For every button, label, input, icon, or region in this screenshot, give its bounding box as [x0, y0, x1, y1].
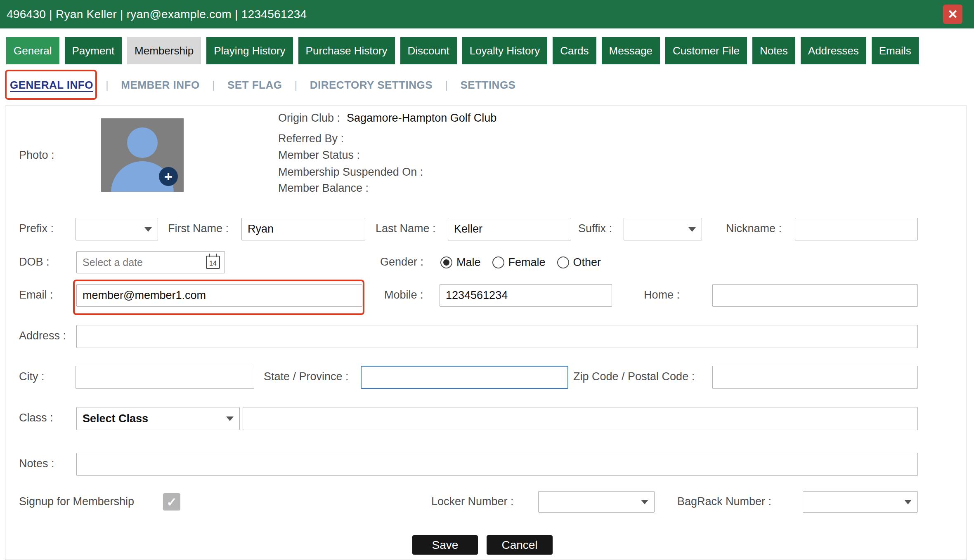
tab-cards[interactable]: Cards: [553, 37, 596, 64]
gender-option-label: Female: [508, 256, 546, 269]
gender-label: Gender :: [380, 256, 423, 268]
tab-label: Notes: [760, 45, 788, 57]
cancel-button[interactable]: Cancel: [487, 535, 553, 555]
last-name-label: Last Name :: [376, 222, 436, 235]
tab-label: Discount: [408, 45, 449, 57]
city-label: City :: [19, 370, 45, 383]
first-name-label: First Name :: [168, 222, 229, 235]
tab-customer-file[interactable]: Customer File: [665, 37, 747, 64]
chevron-down-icon: [226, 416, 234, 421]
subnav-separator: |: [294, 79, 297, 92]
chevron-down-icon: [904, 500, 912, 504]
home-label: Home :: [644, 289, 680, 301]
save-button[interactable]: Save: [412, 535, 478, 555]
nickname-label: Nickname :: [726, 222, 782, 235]
calendar-icon[interactable]: 14: [206, 256, 220, 269]
gender-option-other[interactable]: Other: [557, 256, 601, 269]
zip-code-input[interactable]: [712, 366, 918, 389]
tab-label: Emails: [879, 45, 911, 57]
origin-club-value: Sagamore-Hampton Golf Club: [347, 112, 496, 124]
home-phone-input[interactable]: [712, 284, 918, 307]
email-label: Email :: [19, 289, 53, 301]
subnav-separator: |: [445, 79, 448, 92]
tab-membership[interactable]: Membership: [127, 37, 201, 64]
member-photo-placeholder[interactable]: +: [101, 118, 184, 192]
suffix-select[interactable]: [624, 218, 702, 240]
gender-radio-group: Male Female Other: [440, 251, 601, 273]
chevron-down-icon: [144, 227, 152, 232]
notes-input[interactable]: [76, 453, 918, 476]
gender-option-label: Male: [456, 256, 481, 269]
main-tab-bar: General Payment Membership Playing Histo…: [6, 37, 919, 64]
tab-emails[interactable]: Emails: [872, 37, 919, 64]
plus-icon: +: [164, 169, 173, 184]
email-input[interactable]: [76, 284, 362, 307]
dialog-title-bar: 496430 | Ryan Keller | ryan@example.com …: [0, 0, 974, 28]
subnav-separator: |: [212, 79, 215, 92]
tab-addresses[interactable]: Addresses: [801, 37, 866, 64]
class-select-value: Select Class: [83, 412, 148, 425]
user-icon: [127, 127, 158, 158]
tab-message[interactable]: Message: [602, 37, 660, 64]
add-photo-button[interactable]: +: [159, 167, 178, 186]
close-button[interactable]: ✕: [943, 5, 962, 24]
class-select[interactable]: Select Class: [76, 407, 240, 430]
tab-label: Addresses: [808, 45, 859, 57]
prefix-label: Prefix :: [19, 222, 54, 235]
member-status-line: Member Status :: [278, 149, 360, 162]
tab-playing-history[interactable]: Playing History: [206, 37, 293, 64]
first-name-input[interactable]: [241, 218, 365, 240]
last-name-input[interactable]: [448, 218, 571, 240]
notes-label: Notes :: [19, 457, 54, 470]
subtab-directory-settings[interactable]: DIRECTORY SETTINGS: [310, 79, 433, 92]
gender-option-female[interactable]: Female: [492, 256, 546, 269]
subtab-set-flag[interactable]: SET FLAG: [227, 79, 282, 92]
origin-club-label: Origin Club :: [278, 112, 340, 124]
subtab-member-info[interactable]: MEMBER INFO: [121, 79, 199, 92]
suffix-label: Suffix :: [578, 222, 612, 235]
radio-selected-icon: [440, 256, 452, 268]
member-summary-title: 496430 | Ryan Keller | ryan@example.com …: [7, 8, 307, 21]
referred-by-label: Referred By :: [278, 132, 344, 145]
tab-label: Cards: [560, 45, 589, 57]
bagrack-number-label: BagRack Number :: [677, 495, 771, 508]
gender-option-male[interactable]: Male: [440, 256, 481, 269]
tab-purchase-history[interactable]: Purchase History: [298, 37, 395, 64]
general-info-panel: Photo : + Origin Club :Sagamore-Hampton …: [5, 106, 967, 560]
mobile-label: Mobile :: [384, 289, 423, 301]
tab-general[interactable]: General: [6, 37, 59, 64]
tab-label: Message: [609, 45, 653, 57]
city-input[interactable]: [76, 366, 254, 389]
tab-label: General: [14, 45, 52, 57]
class-detail-input[interactable]: [243, 407, 918, 430]
bagrack-number-select[interactable]: [803, 491, 918, 513]
prefix-select[interactable]: [76, 218, 158, 240]
tab-notes[interactable]: Notes: [752, 37, 795, 64]
tab-label: Purchase History: [306, 45, 388, 57]
nickname-input[interactable]: [795, 218, 918, 240]
referred-by-line: Referred By :: [278, 132, 344, 145]
address-input[interactable]: [76, 325, 918, 348]
tab-label: Customer File: [673, 45, 740, 57]
subtab-general-info[interactable]: GENERAL INFO: [10, 79, 93, 92]
chevron-down-icon: [641, 500, 648, 504]
chevron-down-icon: [688, 227, 696, 232]
calendar-day: 14: [209, 260, 217, 268]
sub-tab-bar: GENERAL INFO | MEMBER INFO | SET FLAG | …: [10, 77, 515, 93]
photo-label: Photo :: [19, 149, 54, 162]
tab-label: Membership: [135, 45, 194, 57]
class-label: Class :: [19, 412, 53, 424]
tab-loyalty-history[interactable]: Loyalty History: [462, 37, 548, 64]
dob-label: DOB :: [19, 256, 50, 268]
subnav-separator: |: [106, 79, 109, 92]
dob-input[interactable]: [76, 251, 225, 273]
tab-payment[interactable]: Payment: [65, 37, 122, 64]
signup-membership-checkbox[interactable]: ✓: [163, 493, 180, 511]
membership-suspended-label: Membership Suspended On :: [278, 166, 423, 178]
state-province-input[interactable]: [361, 366, 568, 389]
locker-number-select[interactable]: [538, 491, 655, 513]
subtab-settings[interactable]: SETTINGS: [460, 79, 515, 92]
radio-icon: [557, 256, 569, 268]
mobile-input[interactable]: [440, 284, 612, 307]
tab-discount[interactable]: Discount: [400, 37, 457, 64]
